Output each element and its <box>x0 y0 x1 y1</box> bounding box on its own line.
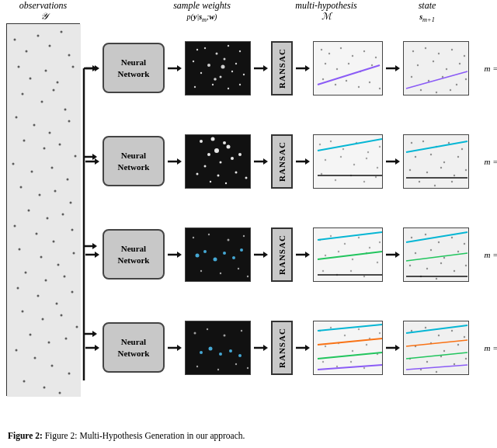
sample-weights-panel-1 <box>185 41 251 96</box>
svg-point-173 <box>375 175 377 177</box>
svg-point-279 <box>247 366 248 368</box>
svg-point-298 <box>350 360 352 362</box>
svg-point-126 <box>456 83 457 85</box>
svg-point-299 <box>363 366 365 368</box>
svg-point-7 <box>18 66 20 68</box>
svg-marker-241 <box>395 252 400 258</box>
svg-point-203 <box>196 253 200 257</box>
svg-point-119 <box>417 64 419 65</box>
svg-point-25 <box>31 171 33 173</box>
svg-point-214 <box>220 272 221 273</box>
svg-point-256 <box>465 264 467 266</box>
svg-point-167 <box>366 157 367 158</box>
svg-point-34 <box>62 214 64 216</box>
svg-marker-265 <box>177 345 182 351</box>
svg-marker-305 <box>395 345 400 351</box>
svg-point-120 <box>433 60 434 61</box>
svg-point-311 <box>464 335 465 337</box>
svg-marker-89 <box>263 65 268 71</box>
svg-point-50 <box>22 311 24 313</box>
observations-image <box>6 23 80 396</box>
svg-point-270 <box>229 349 232 352</box>
state-panel-3 <box>403 227 469 282</box>
svg-point-255 <box>454 269 455 271</box>
svg-point-12 <box>22 93 24 96</box>
multi-hyp-panel-3 <box>313 227 383 282</box>
svg-point-253 <box>426 267 428 269</box>
svg-point-149 <box>235 171 238 173</box>
svg-point-227 <box>379 241 381 242</box>
svg-point-106 <box>346 79 347 81</box>
svg-marker-218 <box>263 252 268 258</box>
svg-point-251 <box>457 250 459 252</box>
svg-point-267 <box>200 351 203 354</box>
svg-point-286 <box>330 326 332 328</box>
row-label-2: m = 2 <box>485 157 497 166</box>
svg-point-294 <box>366 343 367 345</box>
svg-point-276 <box>196 365 198 366</box>
svg-point-150 <box>245 176 248 179</box>
svg-rect-0 <box>7 24 81 397</box>
svg-rect-266 <box>186 321 251 375</box>
svg-point-169 <box>321 172 322 174</box>
svg-point-206 <box>223 252 226 255</box>
svg-rect-113 <box>404 42 469 96</box>
svg-point-82 <box>212 83 214 85</box>
svg-marker-154 <box>263 158 268 165</box>
multi-hyp-panel-1 <box>313 41 383 96</box>
svg-point-77 <box>235 62 237 64</box>
svg-point-5 <box>61 31 63 33</box>
svg-point-192 <box>465 168 467 170</box>
svg-point-127 <box>465 78 467 79</box>
svg-point-228 <box>325 254 326 255</box>
row-4: NeuralNetwork <box>85 303 481 392</box>
svg-point-8 <box>30 78 32 80</box>
svg-point-97 <box>363 50 365 51</box>
svg-point-163 <box>379 145 381 147</box>
svg-point-296 <box>322 360 324 362</box>
svg-point-164 <box>325 158 326 160</box>
row-label-3: m = 3 <box>485 250 497 259</box>
svg-point-71 <box>216 52 218 54</box>
svg-point-193 <box>419 180 420 182</box>
svg-point-56 <box>65 338 68 340</box>
svg-marker-283 <box>305 345 310 351</box>
svg-point-14 <box>53 89 55 92</box>
svg-point-160 <box>342 148 344 149</box>
svg-point-209 <box>193 236 194 238</box>
svg-point-30 <box>54 190 57 193</box>
svg-point-290 <box>379 332 381 333</box>
svg-marker-199 <box>95 252 99 258</box>
svg-point-147 <box>196 172 199 175</box>
header-labels: observations 𝒴 sample weights p(y|sm;w) … <box>0 0 497 23</box>
svg-point-172 <box>363 180 365 182</box>
svg-point-148 <box>217 174 220 176</box>
svg-point-10 <box>57 82 59 84</box>
svg-point-291 <box>325 345 326 346</box>
svg-point-75 <box>207 64 210 67</box>
svg-point-139 <box>223 141 226 144</box>
svg-point-235 <box>350 269 352 271</box>
svg-point-53 <box>76 326 78 328</box>
svg-point-103 <box>371 64 373 65</box>
diagram-container: observations 𝒴 sample weights p(y|sm;w) … <box>0 0 497 419</box>
svg-point-166 <box>353 163 355 165</box>
svg-point-118 <box>464 54 465 56</box>
svg-point-60 <box>68 373 71 375</box>
svg-point-307 <box>411 329 412 331</box>
svg-point-81 <box>243 73 245 75</box>
svg-point-288 <box>358 328 360 329</box>
svg-point-40 <box>40 256 43 259</box>
svg-marker-263 <box>95 345 99 351</box>
svg-point-252 <box>409 264 411 266</box>
svg-point-165 <box>340 155 342 157</box>
svg-point-274 <box>224 334 226 336</box>
svg-point-232 <box>377 261 378 262</box>
svg-point-115 <box>425 47 426 48</box>
svg-point-184 <box>415 155 416 157</box>
svg-point-116 <box>438 52 440 54</box>
svg-point-51 <box>42 318 44 321</box>
svg-point-223 <box>330 234 332 236</box>
svg-point-38 <box>71 229 74 231</box>
svg-point-137 <box>200 140 203 143</box>
